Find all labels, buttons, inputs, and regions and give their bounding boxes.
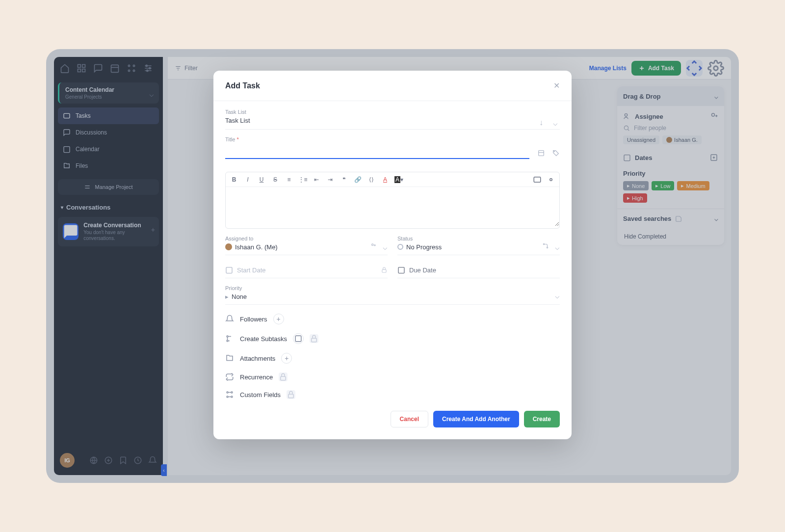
assigned-to-field[interactable]: Assigned to Ishaan G. (Me) ⌵	[225, 236, 388, 255]
strike-icon[interactable]: S	[271, 175, 280, 184]
attachments-row: Attachments +	[225, 353, 560, 364]
due-date-field[interactable]: Due Date	[397, 262, 560, 278]
svg-rect-52	[382, 269, 386, 272]
add-attachment-button[interactable]: +	[281, 353, 292, 364]
lock-icon	[279, 372, 288, 381]
template-badge-icon[interactable]	[293, 333, 304, 344]
create-button[interactable]: Create	[524, 411, 560, 427]
calendar-icon	[397, 266, 405, 274]
chevron-down-icon[interactable]: ⌵	[383, 242, 388, 252]
chevron-down-icon: ⌵	[555, 291, 560, 300]
svg-rect-42	[539, 151, 544, 156]
title-field: Title *	[225, 136, 560, 164]
svg-point-48	[374, 245, 375, 246]
chevron-down-icon[interactable]: ⌵	[555, 242, 560, 252]
lock-icon	[310, 334, 318, 343]
svg-point-47	[372, 244, 374, 246]
ul-icon[interactable]: ⋮≡	[298, 175, 307, 184]
cancel-button[interactable]: Cancel	[391, 411, 428, 427]
bold-icon[interactable]: B	[230, 175, 238, 184]
priority-field[interactable]: Priority ▸None ⌵	[225, 285, 560, 305]
close-icon[interactable]: ✕	[553, 81, 560, 90]
start-date-field[interactable]: Start Date	[225, 262, 388, 278]
calendar-icon	[225, 266, 233, 274]
svg-point-61	[227, 396, 228, 398]
template-icon[interactable]	[537, 149, 545, 157]
chevron-down-icon[interactable]: ⌵	[553, 118, 560, 125]
code-icon[interactable]: ⟨⟩	[367, 175, 376, 184]
bg-color-icon[interactable]: A▾	[394, 175, 403, 184]
italic-icon[interactable]: I	[243, 175, 252, 184]
status-circle-icon	[397, 244, 403, 250]
bell-icon	[225, 315, 234, 323]
quote-icon[interactable]: ❝	[340, 175, 348, 184]
sort-icon[interactable]: ↓	[539, 118, 546, 125]
subtasks-row: Create Subtasks	[225, 333, 560, 344]
lock-icon	[381, 266, 388, 273]
status-field[interactable]: Status No Progress ⌵	[397, 236, 560, 255]
svg-rect-53	[398, 267, 404, 273]
description-editor: B I U S ≡ ⋮≡ ⇤ ⇥ ❝ 🔗 ⟨⟩ A A▾	[225, 172, 560, 229]
text-color-icon[interactable]: A	[381, 175, 390, 184]
underline-icon[interactable]: U	[257, 175, 266, 184]
title-input[interactable]	[225, 144, 529, 159]
svg-rect-58	[281, 376, 286, 380]
description-textarea[interactable]	[226, 187, 559, 226]
modal-title: Add Task	[225, 81, 260, 90]
indent-icon[interactable]: ⇥	[326, 175, 335, 184]
svg-point-59	[227, 392, 228, 393]
svg-rect-57	[312, 338, 317, 342]
svg-rect-65	[288, 394, 294, 398]
link-icon[interactable]: 🔗	[353, 175, 362, 184]
followers-row: Followers +	[225, 314, 560, 324]
people-icon[interactable]	[370, 242, 377, 249]
custom-fields-row: Custom Fields	[225, 390, 560, 399]
ol-icon[interactable]: ≡	[285, 175, 293, 184]
task-list-label: Task List	[225, 109, 560, 115]
svg-rect-45	[534, 177, 541, 182]
task-list-value: Task List	[225, 117, 560, 124]
tag-icon[interactable]	[552, 149, 560, 157]
flag-icon: ▸	[225, 293, 229, 300]
add-task-modal: Add Task ✕ Task List Task List ↓ ⌵ Title…	[213, 71, 572, 439]
outdent-icon[interactable]: ⇤	[312, 175, 321, 184]
image-icon[interactable]	[533, 175, 542, 184]
svg-point-60	[231, 392, 233, 393]
flow-icon[interactable]	[542, 242, 549, 249]
create-add-another-button[interactable]: Create And Add Another	[433, 411, 519, 427]
svg-rect-56	[295, 336, 301, 342]
modal-header: Add Task ✕	[213, 71, 572, 101]
svg-point-46	[550, 178, 552, 181]
task-list-field[interactable]: Task List Task List ↓ ⌵	[225, 109, 560, 130]
add-follower-button[interactable]: +	[273, 314, 284, 324]
svg-point-44	[554, 151, 554, 152]
repeat-icon	[225, 372, 234, 381]
modal-footer: Cancel Create And Add Another Create	[213, 403, 572, 439]
svg-point-62	[231, 396, 233, 398]
subtask-icon	[225, 334, 234, 343]
gear-icon[interactable]	[547, 175, 555, 184]
fields-icon	[225, 390, 234, 399]
svg-point-54	[227, 336, 228, 337]
svg-point-50	[547, 247, 548, 248]
avatar-icon	[225, 243, 232, 250]
svg-point-55	[227, 340, 228, 342]
folder-icon	[225, 354, 234, 363]
app-frame: Content Calendar General Projects ⌵ Task…	[46, 49, 739, 483]
recurrence-row: Recurrence	[225, 372, 560, 381]
lock-icon	[287, 390, 295, 399]
svg-rect-51	[226, 267, 232, 273]
svg-point-49	[543, 243, 544, 244]
